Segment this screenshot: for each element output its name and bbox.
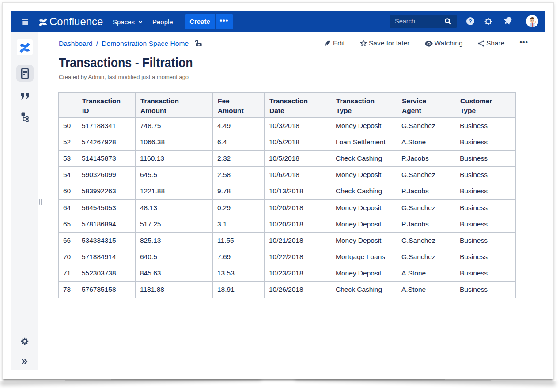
svg-text:?: ? (469, 19, 472, 24)
